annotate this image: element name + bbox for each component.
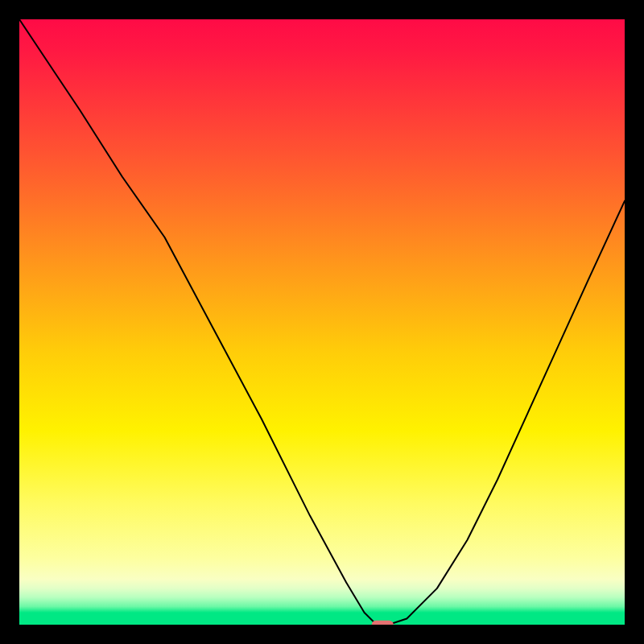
chart-area	[19, 19, 625, 625]
bottleneck-curve-line	[19, 19, 625, 625]
optimum-marker	[372, 621, 394, 625]
chart-plot	[19, 19, 625, 625]
